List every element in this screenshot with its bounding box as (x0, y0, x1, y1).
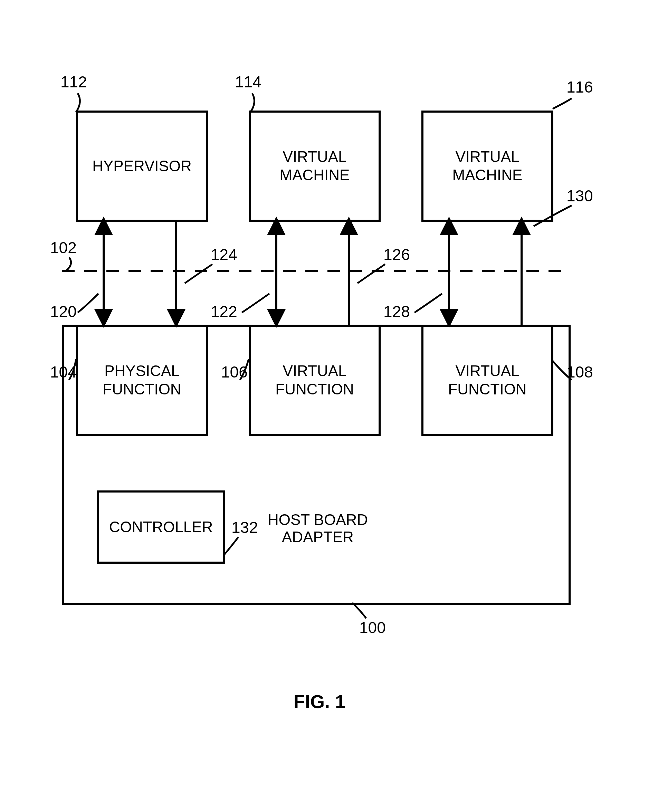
ref-128: 128 (384, 302, 410, 321)
ref-126: 126 (384, 245, 410, 264)
ref-116: 116 (567, 78, 593, 96)
hypervisor-label: HYPERVISOR (92, 157, 192, 175)
vm2-box: VIRTUAL MACHINE (421, 111, 553, 222)
vm2-label: VIRTUAL MACHINE (423, 148, 551, 185)
hba-label: HOST BOARD ADAPTER (249, 511, 387, 546)
vf2-box: VIRTUAL FUNCTION (421, 325, 553, 436)
ref-104: 104 (50, 363, 77, 381)
ref-114: 114 (235, 72, 262, 91)
ref-124: 124 (211, 245, 237, 264)
ref-102: 102 (50, 238, 77, 257)
ref-132: 132 (232, 518, 258, 537)
ref-130: 130 (567, 186, 593, 205)
ref-122: 122 (211, 302, 237, 321)
figure-page: HYPERVISOR VIRTUAL MACHINE VIRTUAL MACHI… (0, 0, 658, 812)
vm1-label: VIRTUAL MACHINE (251, 148, 379, 185)
figure-label: FIG. 1 (294, 691, 345, 712)
ref-100: 100 (359, 618, 386, 637)
pf-box: PHYSICAL FUNCTION (76, 325, 208, 436)
hypervisor-box: HYPERVISOR (76, 111, 208, 222)
controller-box: CONTROLLER (97, 490, 225, 564)
ref-120: 120 (50, 302, 77, 321)
vm1-box: VIRTUAL MACHINE (249, 111, 381, 222)
pf-label: PHYSICAL FUNCTION (103, 362, 181, 399)
controller-label: CONTROLLER (109, 518, 213, 537)
ref-108: 108 (567, 363, 593, 381)
vf1-box: VIRTUAL FUNCTION (249, 325, 381, 436)
ref-112: 112 (60, 72, 87, 91)
ref-106: 106 (221, 363, 248, 381)
vf2-label: VIRTUAL FUNCTION (448, 362, 526, 399)
vf1-label: VIRTUAL FUNCTION (275, 362, 354, 399)
